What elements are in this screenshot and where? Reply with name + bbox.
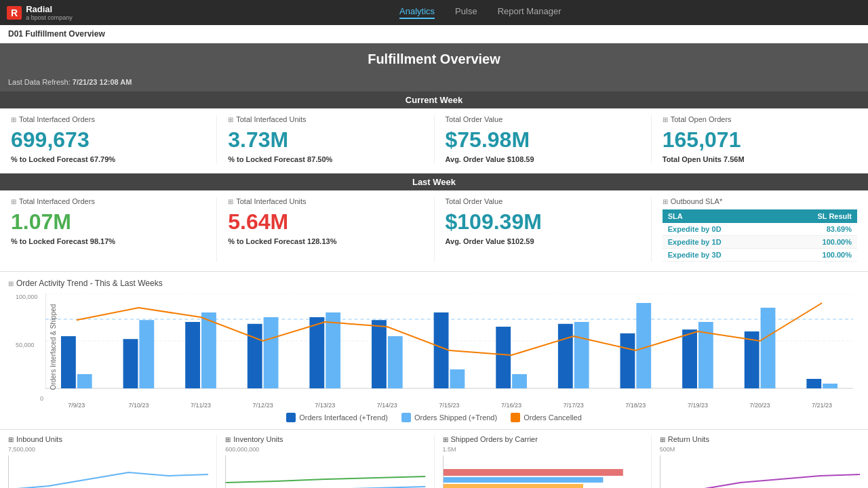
x-label: 7/15/23 <box>418 401 481 409</box>
y-label-100k: 100,000 <box>16 293 38 300</box>
metric-lw-order-value: Total Order Value $109.39M Avg. Order Va… <box>435 197 652 262</box>
bar-dark <box>61 336 76 388</box>
bottom-sections-row: ⊞ Inbound Units 7,500,000 5,000,000 ⊞ In… <box>0 430 868 488</box>
logo-text: Radial a bpost company <box>26 4 73 21</box>
inbound-mini-chart <box>8 455 208 488</box>
sla-col-header: SLA <box>663 209 777 223</box>
bar-dark <box>248 324 262 388</box>
svg-rect-7 <box>443 484 583 488</box>
order-activity-chart-section: ⊞ Order Activity Trend - This & Last Wee… <box>0 272 868 430</box>
legend-box-cancelled <box>511 413 520 422</box>
current-week-metrics: ⊞ Total Interfaced Orders 699,673 % to L… <box>0 108 868 174</box>
metric-total-open-orders: ⊞ Total Open Orders 165,071 Total Open U… <box>652 115 868 163</box>
chart-wrapper: Orders Interfaced & Shipped 100,000 50,0… <box>45 293 853 401</box>
metric-total-order-value-cw: Total Order Value $75.98M Avg. Order Val… <box>435 115 652 163</box>
sla-icon: ⊞ <box>663 198 668 205</box>
x-label: 7/10/23 <box>108 401 170 409</box>
return-mini-chart <box>660 455 860 488</box>
page-title: Fulfillment Overview <box>0 43 868 75</box>
last-week-metrics: ⊞ Total Interfaced Orders 1.07M % to Loc… <box>0 190 868 272</box>
legend-cancelled: Orders Cancelled <box>511 413 582 422</box>
inventory-y-top: 600,000,000 <box>225 446 425 453</box>
bar-light <box>388 336 403 388</box>
metric-total-interfaced-orders: ⊞ Total Interfaced Orders 699,673 % to L… <box>0 115 217 163</box>
legend-shipped: Orders Shipped (+Trend) <box>401 413 497 422</box>
bar-light <box>761 308 776 388</box>
bar-dark <box>620 333 635 388</box>
shipped-orders-section: ⊞ Shipped Orders by Carrier 1.5M 1M <box>435 435 652 488</box>
chart-bars <box>61 303 837 388</box>
inbound-y-top: 7,500,000 <box>8 446 208 453</box>
logo-area: R Radial a bpost company <box>7 4 73 21</box>
legend-box-interfaced <box>286 413 296 422</box>
return-icon: ⊞ <box>660 436 665 443</box>
svg-rect-5 <box>443 469 623 476</box>
metric-total-interfaced-units: ⊞ Total Interfaced Units 3.73M % to Lock… <box>217 115 434 163</box>
chart-title-icon: ⊞ <box>8 280 14 287</box>
legend-box-shipped <box>401 413 411 422</box>
nav-analytics[interactable]: Analytics <box>399 6 435 19</box>
bar-dark <box>372 320 387 388</box>
x-label: 7/14/23 <box>356 401 418 409</box>
info-icon: ⊞ <box>11 116 16 123</box>
chart-icon: ⊞ <box>11 198 16 205</box>
x-label: 7/16/23 <box>480 401 542 409</box>
bar-dark <box>806 379 821 388</box>
legend-interfaced: Orders Interfaced (+Trend) <box>286 413 388 422</box>
inventory-icon: ⊞ <box>225 436 231 443</box>
x-label: 7/9/23 <box>45 401 108 409</box>
bar-dark <box>309 317 324 388</box>
x-label: 7/12/23 <box>232 401 294 409</box>
bar-light <box>201 312 216 388</box>
chart-legend: Orders Interfaced (+Trend) Orders Shippe… <box>8 413 860 422</box>
inbound-icon: ⊞ <box>8 436 14 443</box>
x-axis-labels: 7/9/237/10/237/11/237/12/237/13/237/14/2… <box>45 401 853 409</box>
svg-rect-6 <box>443 477 603 483</box>
y-label-50k: 50,000 <box>16 342 35 348</box>
sla-result-header: SL Result <box>777 209 857 223</box>
info-icon-2: ⊞ <box>228 116 233 123</box>
last-refresh: Last Data Refresh: 7/21/23 12:08 AM <box>0 75 868 92</box>
bar-light <box>264 317 279 388</box>
x-label: 7/19/23 <box>667 401 729 409</box>
current-week-header: Current Week <box>0 92 868 108</box>
bar-light <box>512 374 527 388</box>
return-units-section: ⊞ Return Units 500M 0 <box>652 435 868 488</box>
x-label: 7/20/23 <box>729 401 791 409</box>
shipped-mini-chart <box>443 455 643 488</box>
bar-dark <box>682 329 697 388</box>
metric-lw-interfaced-units: ⊞ Total Interfaced Units 5.64M % to Lock… <box>217 197 434 262</box>
sla-table: SLA SL Result Expedite by 0D83.69%Expedi… <box>663 209 857 262</box>
x-label: 7/18/23 <box>604 401 667 409</box>
bar-light <box>326 312 340 388</box>
last-week-header: Last Week <box>0 174 868 190</box>
chart-icon-2: ⊞ <box>228 198 233 205</box>
info-icon-3: ⊞ <box>663 116 668 123</box>
inventory-mini-chart <box>225 455 425 488</box>
metric-lw-interfaced-orders: ⊞ Total Interfaced Orders 1.07M % to Loc… <box>0 197 217 262</box>
bar-dark <box>123 339 138 388</box>
chart-title: ⊞ Order Activity Trend - This & Last Wee… <box>8 279 860 288</box>
bar-light <box>574 322 589 388</box>
shipped-icon: ⊞ <box>443 436 448 443</box>
bar-dark <box>558 324 573 388</box>
outbound-sla-section: ⊞ Outbound SLA* SLA SL Result Expedite b… <box>652 197 868 262</box>
nav-report-manager[interactable]: Report Manager <box>498 6 561 19</box>
shipped-y-top: 1.5M <box>443 446 643 453</box>
y-label-0: 0 <box>40 395 43 402</box>
bar-dark <box>496 327 511 388</box>
bar-dark <box>185 322 200 388</box>
sla-table-row: Expedite by 1D100.00% <box>663 236 857 249</box>
bar-light <box>77 374 92 388</box>
top-navigation: R Radial a bpost company Analytics Pulse… <box>0 0 868 25</box>
inventory-units-section: ⊞ Inventory Units 600,000,000 400,000,00… <box>217 435 434 488</box>
y-axis-label: Orders Interfaced & Shipped <box>50 304 57 390</box>
chart-svg <box>45 293 853 399</box>
x-label: 7/21/23 <box>791 401 853 409</box>
nav-pulse[interactable]: Pulse <box>455 6 477 19</box>
inbound-units-section: ⊞ Inbound Units 7,500,000 5,000,000 <box>0 435 217 488</box>
nav-links: Analytics Pulse Report Manager <box>100 6 861 19</box>
x-label: 7/13/23 <box>294 401 356 409</box>
breadcrumb: D01 Fulfillment Overview <box>0 25 868 43</box>
x-label: 7/11/23 <box>170 401 232 409</box>
